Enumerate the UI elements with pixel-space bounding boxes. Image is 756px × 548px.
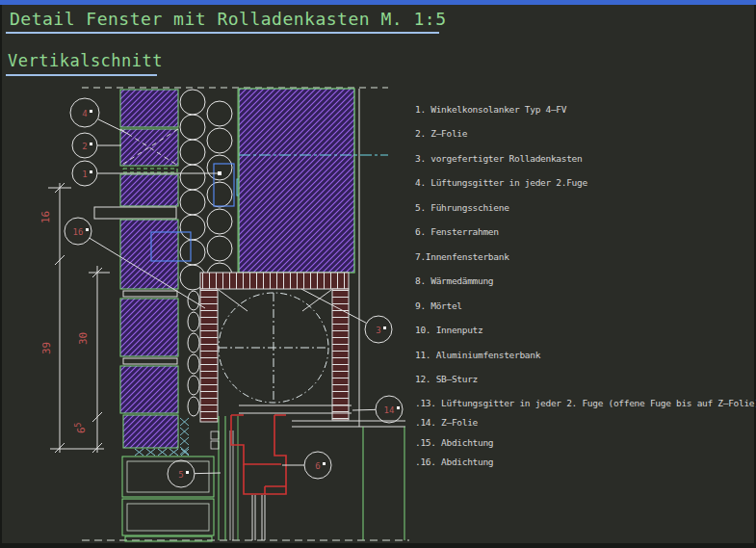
dimension-text: 65 xyxy=(74,422,88,433)
svg-text:4: 4 xyxy=(82,109,87,118)
guide-rail xyxy=(219,416,238,540)
svg-text:6: 6 xyxy=(315,461,320,471)
callout-balloon: 6 xyxy=(282,452,331,479)
interior-wall-lines xyxy=(292,421,405,540)
svg-text:2: 2 xyxy=(82,142,87,151)
callout-balloon: 2 xyxy=(72,133,121,158)
glazing xyxy=(252,495,265,540)
shutter-roll-circle xyxy=(219,293,328,403)
svg-text:16: 16 xyxy=(73,227,84,237)
dimension-text: 16 xyxy=(39,211,52,223)
callout-balloon: 14 xyxy=(352,396,403,423)
sealing-strip xyxy=(180,418,219,455)
dimension-text: 30 xyxy=(77,332,90,345)
dimension-text: 39 xyxy=(40,342,53,354)
dimension-chains xyxy=(48,183,110,453)
callout-balloon: 5 xyxy=(168,460,221,487)
svg-text:3: 3 xyxy=(376,326,380,335)
svg-text:5: 5 xyxy=(178,470,183,480)
svg-text:14: 14 xyxy=(384,405,395,415)
roller-shutter-box xyxy=(239,89,388,427)
svg-text:1: 1 xyxy=(82,170,87,179)
cad-drawing-canvas: 16393065 4211631465 xyxy=(0,0,756,548)
anchor-console-leg xyxy=(94,207,176,219)
window-frame xyxy=(231,415,286,494)
callout-balloon: 4 xyxy=(70,98,128,134)
